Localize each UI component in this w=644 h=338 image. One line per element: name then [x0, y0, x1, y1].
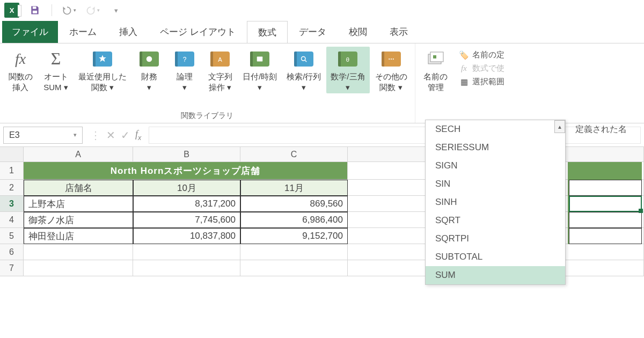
autosum-button[interactable]: Σ オート SUM ▾ [39, 47, 73, 93]
svg-point-6 [302, 57, 306, 61]
name-manager-label: 名前の 管理 [423, 71, 448, 92]
cell-c7[interactable] [240, 260, 348, 276]
title-bar: X ▾ ▾ ▾ [0, 0, 644, 20]
cancel-formula-button[interactable]: ✕ [106, 129, 115, 142]
financial-button[interactable]: 財務 ▾ [132, 47, 166, 93]
tab-data[interactable]: データ [288, 20, 338, 43]
name-manager-button[interactable]: 名前の 管理 [419, 47, 453, 93]
ribbon-tabs: ファイル ホーム 挿入 ページ レイアウト 数式 データ 校閲 表示 [0, 20, 644, 43]
define-name-button[interactable]: 🏷️名前の定 [459, 50, 504, 60]
header-oct[interactable]: 10月 [133, 180, 240, 196]
defined-names-group-label: 定義された名 [575, 124, 627, 135]
chevron-down-icon: ▾ [74, 131, 77, 138]
func-item-sign[interactable]: SIGN [426, 157, 565, 175]
header-store[interactable]: 店舗名 [24, 180, 133, 196]
svg-point-9 [389, 58, 390, 60]
cell-a5[interactable]: 神田登山店 [24, 228, 133, 244]
row-header-6[interactable]: 6 [0, 244, 24, 260]
tab-formulas[interactable]: 数式 [247, 21, 288, 43]
cell-c4[interactable]: 6,986,400 [240, 212, 348, 228]
insert-function-button[interactable]: fx 関数の 挿入 [3, 47, 38, 93]
tab-file[interactable]: ファイル [2, 21, 58, 43]
cell-fragment-title[interactable] [569, 162, 642, 180]
cell-a3[interactable]: 上野本店 [24, 196, 133, 212]
tab-view[interactable]: 表示 [378, 20, 419, 43]
redo-button[interactable]: ▾ [84, 2, 100, 18]
cell-fragment[interactable] [569, 212, 642, 228]
func-item-sinh[interactable]: SINH [426, 193, 565, 211]
row-header-3[interactable]: 3 [0, 196, 24, 212]
cell-a4[interactable]: 御茶ノ水店 [24, 212, 133, 228]
name-box[interactable]: E3 ▾ [3, 127, 83, 144]
func-item-seriessum[interactable]: SERIESSUM [426, 138, 565, 157]
autosum-label: オート SUM ▾ [43, 71, 68, 92]
tab-pagelayout[interactable]: ページ レイアウト [149, 20, 247, 43]
scroll-up-button[interactable]: ▲ [554, 120, 565, 133]
text-label: 文字列 操作 ▾ [208, 71, 232, 92]
datetime-button[interactable]: 日付/時刻 ▾ [238, 47, 281, 93]
cell-fragment-header[interactable] [569, 180, 642, 196]
func-item-subtotal[interactable]: SUBTOTAL [426, 248, 565, 266]
row-header-1[interactable]: 1 [0, 162, 24, 180]
func-item-sum[interactable]: SUM [426, 266, 565, 284]
more-functions-button[interactable]: その他の 関数 ▾ [371, 47, 412, 93]
row-header-7[interactable]: 7 [0, 260, 24, 276]
formula-separator: ⋮ [90, 129, 101, 142]
create-from-selection-button[interactable]: ▦選択範囲 [459, 77, 504, 87]
fx-icon[interactable]: fx [135, 129, 141, 142]
tab-insert[interactable]: 挿入 [108, 20, 149, 43]
col-header-b[interactable]: B [133, 147, 240, 162]
cell-e3-selected[interactable] [569, 196, 642, 212]
logical-label: 論理 ▾ [177, 71, 193, 92]
sigma-icon: Σ [46, 49, 66, 69]
text-button[interactable]: A 文字列 操作 ▾ [203, 47, 237, 93]
func-item-sin[interactable]: SIN [426, 175, 565, 193]
cell-c6[interactable] [240, 244, 348, 260]
math-trig-button[interactable]: θ 数学/三角 ▾ [326, 47, 369, 93]
row-header-2[interactable]: 2 [0, 180, 24, 196]
row-header-5[interactable]: 5 [0, 228, 24, 244]
svg-rect-13 [430, 52, 443, 62]
func-item-sqrtpi[interactable]: SQRTPI [426, 230, 565, 248]
use-in-formula-button[interactable]: fx数式で使 [459, 63, 504, 74]
svg-rect-1 [33, 11, 37, 13]
col-header-c[interactable]: C [240, 147, 348, 162]
cell-c3[interactable]: 869,560 [240, 196, 348, 212]
create-from-selection-label: 選択範囲 [472, 77, 504, 87]
save-button[interactable] [27, 2, 43, 18]
enter-formula-button[interactable]: ✓ [121, 129, 130, 142]
cell-b4[interactable]: 7,745,600 [133, 212, 240, 228]
tab-home[interactable]: ホーム [58, 20, 108, 43]
tab-review[interactable]: 校閲 [338, 20, 378, 43]
cell-b5[interactable]: 10,837,800 [133, 228, 240, 244]
coin-book-icon [140, 52, 159, 67]
func-item-sqrt[interactable]: SQRT [426, 211, 565, 230]
formula-input[interactable] [149, 127, 641, 144]
logical-button[interactable]: ? 論理 ▾ [167, 47, 202, 93]
svg-point-11 [392, 58, 393, 60]
recent-functions-button[interactable]: 最近使用した 関数 ▾ [74, 47, 131, 93]
select-all-corner[interactable] [0, 147, 24, 162]
name-manager-icon [426, 49, 446, 69]
lookup-button[interactable]: 検索/行列 ▾ [282, 47, 325, 93]
row-header-4[interactable]: 4 [0, 212, 24, 228]
cell-fragment[interactable] [569, 228, 642, 244]
recent-label: 最近使用した 関数 ▾ [78, 71, 127, 92]
ribbon-group-label: 関数ライブラリ [181, 109, 233, 122]
cell-c5[interactable]: 9,152,700 [240, 228, 348, 244]
svg-point-2 [147, 56, 152, 62]
cell-a6[interactable] [24, 244, 133, 260]
header-nov[interactable]: 11月 [240, 180, 348, 196]
fx-icon: fx [10, 49, 31, 69]
question-book-icon: ? [175, 52, 194, 67]
col-header-a[interactable]: A [24, 147, 133, 162]
func-item-sech[interactable]: SECH [426, 120, 565, 138]
qat-customize-button[interactable]: ▾ [108, 2, 124, 18]
cell-b6[interactable] [133, 244, 240, 260]
title-cell[interactable]: North Hornスポーツショップ店舗 [24, 162, 348, 180]
cell-a7[interactable] [24, 260, 133, 276]
name-box-value: E3 [9, 130, 20, 140]
undo-button[interactable]: ▾ [61, 2, 77, 18]
cell-b3[interactable]: 8,317,200 [133, 196, 240, 212]
cell-b7[interactable] [133, 260, 240, 276]
